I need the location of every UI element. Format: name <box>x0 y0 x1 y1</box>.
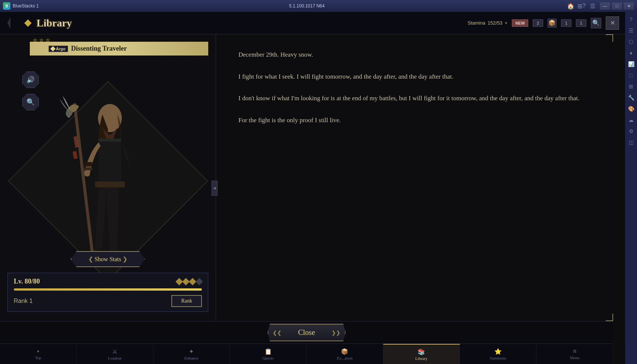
close-bar: ❮❮ Close ❯❯ <box>0 321 613 344</box>
character-panel: ☆ ☆ ☆ Argo Dissenting Traveler <box>0 34 216 342</box>
hamburger-icon[interactable]: ☰ <box>590 3 595 10</box>
char-name-bar: Argo Dissenting Traveler <box>30 42 208 56</box>
svg-rect-8 <box>73 151 77 159</box>
app-version: 5.1.100.1017 N64 <box>289 3 564 9</box>
sidebar-icon-12[interactable]: ◫ <box>627 138 636 147</box>
badge-3: 1 <box>561 19 571 27</box>
level-row: Lv. 80/80 <box>14 278 202 285</box>
nav-top[interactable]: ▪ Top <box>0 344 77 364</box>
sidebar-icon-4[interactable]: ♦ <box>627 48 636 57</box>
new-badge: NEW <box>512 19 528 27</box>
sidebar-icon-5[interactable]: 📊 <box>627 60 636 69</box>
story-paragraph-2: I fight for what I seek. I will fight to… <box>238 71 603 83</box>
nav-exploration-label: Ex...ation <box>337 356 352 360</box>
rank-row: Rank 1 Rank <box>14 295 202 307</box>
sidebar-icon-2[interactable]: ☰ <box>627 26 636 35</box>
diamond-icons <box>177 279 202 284</box>
char-diamond-icon <box>50 46 56 51</box>
level-area: Lv. 80/80 Rank 1 Rank <box>7 273 208 312</box>
char-type-badge: Argo <box>48 45 68 52</box>
nav-top-icon: ▪ <box>37 348 39 355</box>
show-stats-label: Show Stats <box>95 256 121 262</box>
nav-enhance[interactable]: ✦ Enhance <box>153 344 230 364</box>
svg-rect-2 <box>99 139 121 142</box>
nav-exploration[interactable]: 📦 Ex...ation <box>307 344 383 364</box>
sidebar-icon-11[interactable]: ⚙ <box>627 127 636 136</box>
badge-icon: 📦 <box>548 19 557 28</box>
detail-button[interactable]: 🔍 <box>22 94 39 110</box>
panel-close-button[interactable]: ✕ <box>606 16 619 30</box>
minimize-button[interactable]: — <box>600 2 610 10</box>
multi-icon[interactable]: ⊞ <box>577 3 582 10</box>
close-label: Close <box>298 328 315 336</box>
nav-summons-label: Summons <box>490 356 506 360</box>
stamina-value: 152/53 <box>488 20 503 26</box>
game-area: ◀ Library Stamina 152/53 + NEW 2 📦 1 1 🔍… <box>0 12 625 364</box>
nav-exploration-icon: 📦 <box>341 348 348 355</box>
nav-summons-icon: ⭐ <box>494 348 502 355</box>
story-paragraph-1: December 29th. Heavy snow. <box>238 49 603 61</box>
maximize-button[interactable]: □ <box>612 2 622 10</box>
char-name-label: Dissenting Traveler <box>71 45 127 53</box>
nav-quests-label: Quests <box>263 356 274 360</box>
nav-library[interactable]: 📚 Library <box>383 344 460 364</box>
title-bar: B BlueStacks 1 5.1.100.1017 N64 🏠 ⊞ ? ☰ … <box>0 0 637 12</box>
home-icon[interactable]: 🏠 <box>567 3 574 10</box>
top-right-bracket <box>606 34 613 42</box>
window-controls: ? ☰ — □ ✕ <box>582 2 634 10</box>
close-window-button[interactable]: ✕ <box>624 2 634 10</box>
sound-icon: 🔊 <box>26 76 35 84</box>
level-text: Lv. 80/80 <box>14 278 40 285</box>
bottom-nav: ▪ Top ⚔ Loadout ✦ Enhance 📋 Quests 📦 Ex.… <box>0 344 613 364</box>
nav-enhance-icon: ✦ <box>189 348 194 355</box>
nav-library-label: Library <box>415 356 428 361</box>
nav-menu-icon: ≡ <box>573 348 576 355</box>
sidebar-icon-9[interactable]: 🎨 <box>627 104 636 113</box>
nav-loadout-label: Loadout <box>108 356 122 360</box>
badge-2: 2 <box>533 19 543 27</box>
story-text: December 29th. Heavy snow. I fight for w… <box>238 49 603 126</box>
sidebar-icon-10[interactable]: ☁ <box>627 115 636 124</box>
title-diamond-icon <box>24 19 32 27</box>
collapse-tab[interactable]: ◀ <box>212 181 218 196</box>
top-bar-right: Stamina 152/53 + NEW 2 📦 1 1 🔍 <box>468 18 601 28</box>
rank-button[interactable]: Rank <box>171 295 202 307</box>
stamina-plus-icon[interactable]: + <box>505 20 508 26</box>
app-title: BlueStacks 1 <box>13 3 288 9</box>
app-icon: B <box>3 2 10 10</box>
nav-quests[interactable]: 📋 Quests <box>230 344 307 364</box>
nav-menu-label: Menu <box>570 355 580 360</box>
nav-summons[interactable]: ⭐ Summons <box>460 344 537 364</box>
close-button[interactable]: ❮❮ Close ❯❯ <box>267 324 346 341</box>
sidebar-icon-3[interactable]: ⬡ <box>627 37 636 46</box>
show-stats-button[interactable]: Show Stats <box>71 251 145 267</box>
nav-library-icon: 📚 <box>418 348 425 355</box>
star-3: ☆ <box>45 37 50 43</box>
sidebar-icon-7[interactable]: ⊞ <box>627 82 636 91</box>
badge-4: 1 <box>576 19 586 27</box>
svg-rect-5 <box>84 167 92 170</box>
sidebar-icon-1[interactable]: ? <box>627 15 636 24</box>
nav-menu[interactable]: ≡ Menu <box>536 344 613 364</box>
magnify-icon: 🔍 <box>26 98 35 106</box>
svg-rect-3 <box>95 181 125 187</box>
sidebar-icon-8[interactable]: 🔧 <box>627 93 636 102</box>
question-icon[interactable]: ? <box>582 3 586 9</box>
char-name-inner: Argo Dissenting Traveler <box>48 45 202 53</box>
stars-row: ☆ ☆ ☆ <box>33 37 50 43</box>
back-button[interactable]: ◀ <box>6 16 21 31</box>
svg-line-6 <box>75 103 93 260</box>
nav-loadout[interactable]: ⚔ Loadout <box>77 344 153 364</box>
page-title: Library <box>37 17 72 29</box>
star-2: ☆ <box>39 37 44 43</box>
game-top-bar: ◀ Library Stamina 152/53 + NEW 2 📦 1 1 🔍… <box>0 12 625 34</box>
char-type-label: Argo <box>56 47 66 51</box>
sound-button[interactable]: 🔊 <box>22 72 39 88</box>
level-bar-fill <box>14 288 202 291</box>
nav-top-label: Top <box>35 355 41 360</box>
sidebar-icon-6[interactable]: □ <box>627 71 636 80</box>
level-progress-bar <box>14 288 202 291</box>
search-top-icon[interactable]: 🔍 <box>591 18 601 28</box>
rank-label: Rank 1 <box>14 298 33 304</box>
stamina-display: Stamina 152/53 + <box>468 20 507 26</box>
